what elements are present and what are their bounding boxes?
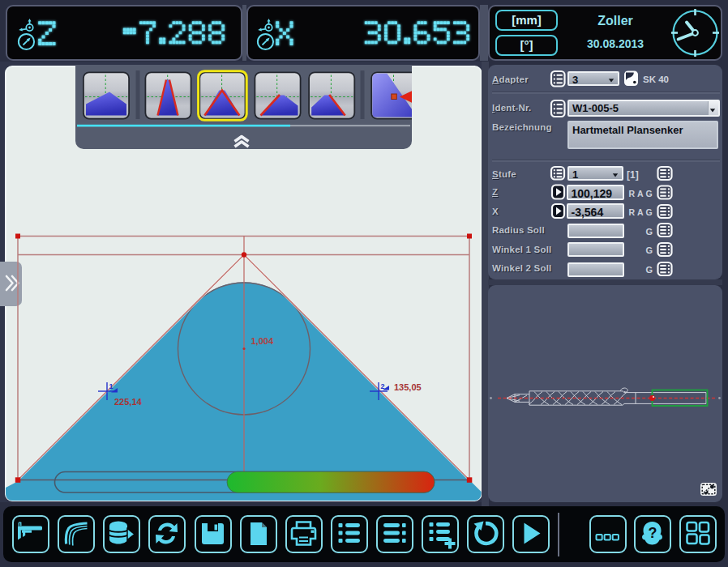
svg-text:1: 1 bbox=[109, 382, 113, 390]
svg-text:225,14: 225,14 bbox=[114, 397, 143, 407]
svg-text:?: ? bbox=[649, 525, 657, 541]
svg-text:1,004: 1,004 bbox=[251, 336, 274, 346]
svg-text:135,05: 135,05 bbox=[394, 382, 422, 392]
